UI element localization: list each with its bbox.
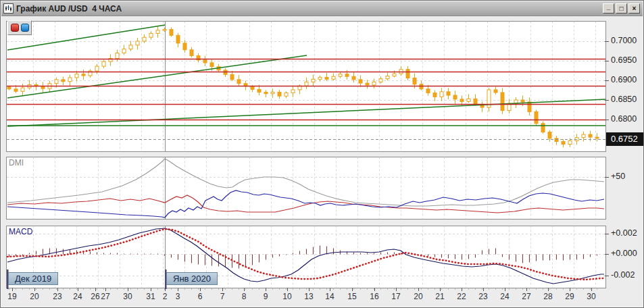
macd-axis-label: +0.000 xyxy=(611,249,637,258)
month-badge-jan: Янв 2020 xyxy=(166,272,218,285)
x-axis-label: 17 xyxy=(387,292,405,301)
x-axis-label: 28 xyxy=(539,292,557,301)
close-button[interactable]: × xyxy=(628,3,640,14)
dmi-label: DMI xyxy=(9,158,24,168)
x-axis-label: 23 xyxy=(474,292,492,301)
x-axis-label: 23 xyxy=(49,292,66,301)
x-axis-label: 16 xyxy=(366,292,383,301)
dmi-axis-label: +50 xyxy=(611,172,625,181)
x-axis-label: 15 xyxy=(343,292,361,301)
price-axis-label: 0.7000 xyxy=(611,36,637,45)
x-axis-label: 20 xyxy=(26,292,43,301)
macd-axis-label: -0.002 xyxy=(611,270,635,280)
x-axis-label: 19 xyxy=(3,292,21,301)
x-axis-label: 22 xyxy=(453,292,470,301)
dmi-panel[interactable] xyxy=(6,157,606,220)
x-axis-label: 14 xyxy=(321,292,339,301)
price-chart-panel[interactable] xyxy=(6,21,606,152)
macd-panel[interactable] xyxy=(6,226,606,288)
macd-label: MACD xyxy=(9,227,32,236)
maximize-button[interactable]: □ xyxy=(616,3,627,14)
x-axis-label: 30 xyxy=(583,292,600,301)
minimize-button[interactable]: _ xyxy=(603,3,614,14)
marker-toolbar xyxy=(7,20,32,35)
x-axis-label: 13 xyxy=(300,292,318,301)
x-axis-label: 10 xyxy=(278,292,296,301)
x-axis-label: 24 xyxy=(69,292,86,301)
x-axis-label: 7 xyxy=(214,292,231,301)
window-chart-icon xyxy=(3,3,14,14)
titlebar[interactable]: График AUD /USD 4 ЧАСА _ □ × xyxy=(1,1,643,16)
window-controls: _ □ × xyxy=(603,3,640,14)
chart-window: График AUD /USD 4 ЧАСА _ □ × DMI MACD 0.… xyxy=(0,0,644,308)
blue-marker-button[interactable] xyxy=(21,24,29,32)
price-axis-label: 0.6900 xyxy=(611,75,637,84)
x-axis-label: 21 xyxy=(431,292,449,301)
x-axis-label: 24 xyxy=(496,292,514,301)
x-axis-label: 27 xyxy=(518,292,535,301)
window-title: График AUD /USD 4 ЧАСА xyxy=(16,4,122,14)
price-axis-label: 0.6800 xyxy=(611,114,637,124)
x-axis-label: 6 xyxy=(191,292,209,301)
price-axis-label: 0.6950 xyxy=(611,55,637,65)
current-price-badge: 0.6752 xyxy=(606,132,644,146)
x-axis-label: 29 xyxy=(561,292,578,301)
x-axis-label: 30 xyxy=(119,292,137,301)
macd-axis-label: +0.002 xyxy=(611,228,637,238)
x-axis-label: 20 xyxy=(410,292,427,301)
x-axis-label: 8 xyxy=(235,292,253,301)
red-marker-button[interactable] xyxy=(11,24,19,32)
x-axis-label: 27 xyxy=(97,292,114,301)
price-axis-label: 0.6850 xyxy=(611,95,637,104)
x-axis-label: 9 xyxy=(257,292,274,301)
month-badge-dec: Дек 2019 xyxy=(8,272,58,285)
x-axis-label: 3 xyxy=(169,292,187,301)
